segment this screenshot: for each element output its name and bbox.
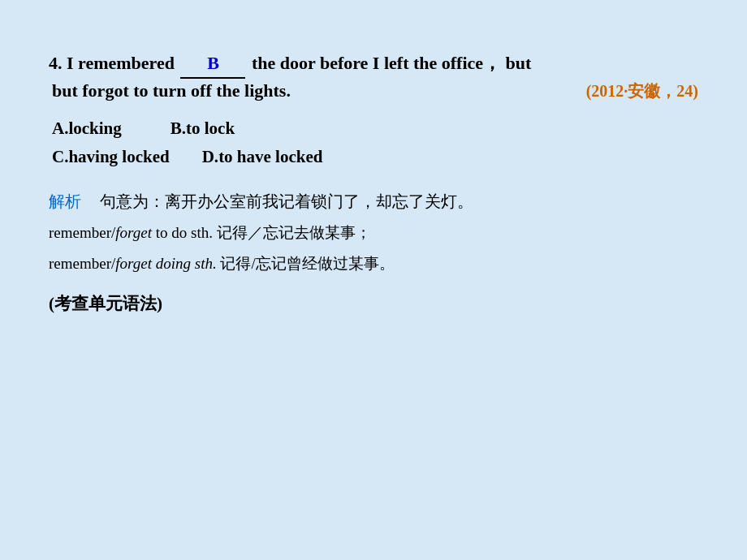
option-d-label: D.: [202, 147, 218, 166]
question-text-before: I remembered: [67, 53, 175, 73]
analysis-first-line: 解析 句意为：离开办公室前我记着锁门了，却忘了关灯。: [49, 187, 698, 216]
question-text-after: the door before I left the office，: [252, 53, 501, 73]
answer-blank: B: [180, 49, 245, 79]
question-number: 4.: [49, 53, 63, 73]
option-a-text: locking: [68, 118, 121, 138]
analysis-rule2: remember/forget doing sth. 记得/忘记曾经做过某事。: [49, 248, 698, 279]
option-c: C.having locked: [52, 147, 170, 167]
option-c-label: C.: [52, 147, 68, 166]
option-b: B.to lock: [171, 118, 235, 139]
option-a: A.locking: [52, 118, 122, 139]
analysis-spacing: [84, 192, 97, 210]
rule1-suffix: 记得／忘记去做某事；: [217, 224, 371, 241]
option-d-text: to have locked: [218, 147, 322, 166]
options-row1: A.locking B.to lock: [49, 118, 698, 139]
option-a-label: A.: [52, 118, 68, 138]
options-row2: C.having locked D.to have locked: [49, 147, 698, 167]
option-b-text: to lock: [186, 118, 235, 138]
analysis-section: 解析 句意为：离开办公室前我记着锁门了，却忘了关灯。 remember/forg…: [49, 187, 698, 279]
option-c-text: having locked: [68, 147, 169, 166]
question-line2: but forgot to turn off the lights. (2012…: [49, 80, 698, 102]
question-line1: 4. I remembered B the door before I left…: [49, 53, 531, 73]
rule1-prefix: remember/forget to do sth.: [49, 224, 213, 241]
question-source: (2012·安徽，24): [586, 80, 698, 102]
rule2-suffix: 记得/忘记曾经做过某事。: [220, 255, 394, 272]
analysis-rule1: remember/forget to do sth. 记得／忘记去做某事；: [49, 218, 698, 248]
question-line2-text: but forgot to turn off the lights.: [52, 80, 291, 101]
question-but: but: [506, 53, 532, 73]
option-b-label: B.: [171, 118, 186, 138]
rule2-prefix: remember/forget doing sth.: [49, 255, 217, 272]
option-d: D.to have locked: [202, 147, 323, 167]
analysis-sentence-meaning: 句意为：离开办公室前我记着锁门了，却忘了关灯。: [100, 192, 473, 210]
grammar-note: (考查单元语法): [49, 292, 698, 315]
analysis-title: 解析: [49, 192, 81, 210]
